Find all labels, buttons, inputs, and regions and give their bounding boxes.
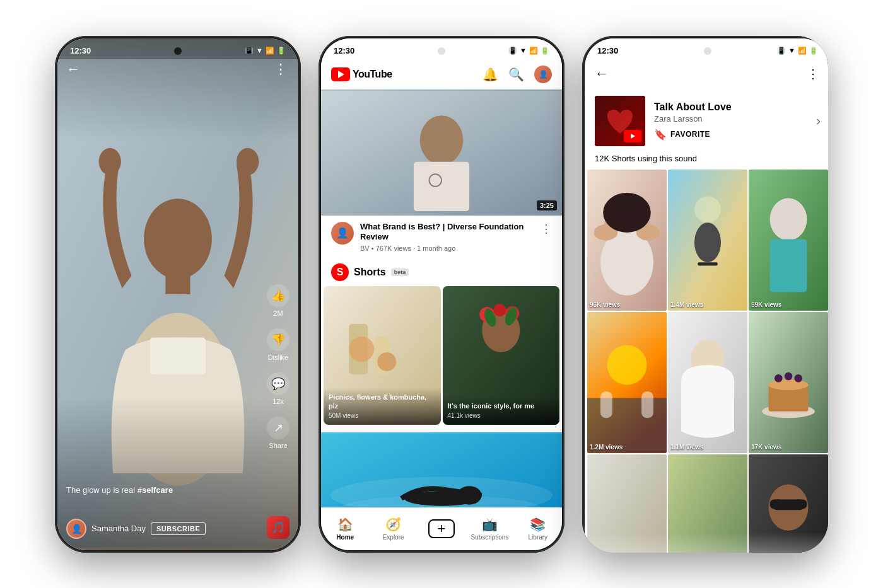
camera-dot-3 — [704, 47, 711, 55]
grid-item-5[interactable]: 1.1M views — [668, 312, 747, 453]
phone1-overlay — [57, 38, 298, 550]
svg-rect-41 — [770, 239, 807, 292]
like-icon: 👍 — [267, 284, 289, 307]
svg-point-40 — [770, 198, 807, 240]
grid-views-1: 96K views — [590, 301, 620, 308]
camera-dot-2 — [438, 47, 445, 55]
sound-yt-play — [631, 134, 635, 139]
phone1-top-nav: ← ⋮ — [66, 61, 289, 78]
youtube-header: YouTube 🔔 🔍 👤 — [321, 59, 562, 89]
short-item-2[interactable]: It's the iconic style, for me 41.1k view… — [443, 286, 560, 425]
video-stats: 767K views · 1 month ago — [376, 245, 456, 252]
phones-container: 12:30 📳 ▼ 📶 🔋 ← ⋮ 👍 2M — [42, 23, 841, 565]
videos-grid: 96K views 1.4M views — [585, 170, 828, 553]
music-button[interactable]: 🎵 — [267, 516, 289, 539]
home-icon: 🏠 — [337, 517, 353, 532]
phone2: 12:30 📳 ▼ 📶 🔋 YouTube 🔔 — [319, 36, 564, 553]
short-item-1[interactable]: Picnics, flowers & kombucha, plz 50M vie… — [324, 286, 441, 425]
nav-subscriptions[interactable]: 📺 Subscriptions — [465, 517, 513, 541]
nav-home[interactable]: 🏠 Home — [321, 517, 369, 541]
shorts-header: S Shorts beta — [321, 258, 562, 286]
status-bar-phone1: 12:30 📳 ▼ 📶 🔋 — [57, 38, 298, 59]
video-thumbnail[interactable]: 3:25 — [321, 89, 562, 216]
grid-views-4: 1.2M views — [590, 444, 623, 451]
subscribe-button[interactable]: SUBSCRIBE — [151, 522, 206, 535]
nav-library[interactable]: 📚 Library — [514, 517, 562, 541]
svg-point-36 — [694, 196, 721, 222]
video-title: What Brand is Best? | Diverse Foundation… — [360, 222, 534, 243]
search-icon[interactable]: 🔍 — [508, 67, 524, 82]
grid-views-5: 1.1M views — [670, 444, 703, 451]
video-card: 3:25 👤 What Brand is Best? | Diverse Fou… — [321, 89, 562, 259]
youtube-icon — [331, 67, 350, 81]
back-button-phone1[interactable]: ← — [66, 61, 80, 78]
grid-views-6: 17K views — [751, 444, 781, 451]
status-icons-3: 📳 ▼ 📶 🔋 — [777, 47, 818, 55]
video-meta-text: BV • 767K views · 1 month ago — [360, 245, 534, 252]
share-button[interactable]: ↗ Share — [267, 417, 289, 449]
grid-views-2: 1.4M views — [670, 301, 703, 308]
music-icon: 🎵 — [271, 521, 285, 534]
short2-views: 41.1k views — [448, 412, 555, 420]
beta-badge: beta — [391, 268, 409, 276]
dislike-button[interactable]: 👎 Dislike — [267, 328, 289, 361]
library-label: Library — [529, 534, 548, 541]
home-label: Home — [336, 534, 354, 541]
status-bar-phone2: 12:30 📳 ▼ 📶 🔋 — [321, 38, 562, 59]
channel-label: BV — [360, 245, 370, 252]
favorite-label: FAVORITE — [670, 130, 710, 139]
sound-title: Talk About Love — [654, 101, 807, 113]
svg-point-55 — [794, 374, 802, 382]
sound-count: 12K Shorts using this sound — [585, 154, 828, 170]
phone2-content[interactable]: 3:25 👤 What Brand is Best? | Diverse Fou… — [321, 89, 562, 550]
video-more-button[interactable]: ⋮ — [541, 222, 552, 236]
svg-point-34 — [603, 192, 651, 232]
grid-item-2[interactable]: 1.4M views — [668, 170, 747, 311]
favorite-button[interactable]: 🔖 FAVORITE — [654, 129, 807, 141]
svg-point-8 — [420, 115, 464, 164]
grid-item-9[interactable] — [749, 454, 828, 553]
dislike-icon: 👎 — [267, 328, 289, 351]
phone1: 12:30 📳 ▼ 📶 🔋 ← ⋮ 👍 2M — [55, 36, 301, 553]
svg-rect-61 — [770, 499, 783, 509]
svg-rect-38 — [698, 262, 718, 265]
account-avatar[interactable]: 👤 — [534, 66, 552, 83]
library-icon: 📚 — [530, 517, 546, 532]
bookmark-icon: 🔖 — [654, 129, 667, 141]
channel-info: 👤 Samantha Day SUBSCRIBE — [66, 519, 206, 539]
grid-item-7[interactable] — [587, 454, 667, 553]
video-channel-avatar[interactable]: 👤 — [331, 222, 354, 245]
dislike-label: Dislike — [268, 354, 288, 361]
short2-caption: It's the iconic style, for me 41.1k view… — [443, 396, 560, 425]
grid-item-6[interactable]: 17K views — [749, 312, 828, 453]
grid-item-1[interactable]: 96K views — [587, 170, 667, 311]
thumbnail-container: 3:25 — [321, 89, 562, 216]
svg-rect-62 — [793, 499, 807, 509]
sound-info: Talk About Love Zara Larsson 🔖 FAVORITE — [654, 101, 807, 141]
svg-point-37 — [694, 222, 721, 262]
nav-explore[interactable]: 🧭 Explore — [369, 517, 417, 541]
more-button-phone3[interactable]: ⋮ — [807, 66, 821, 81]
svg-point-52 — [769, 379, 809, 390]
status-icons-1: 📳 ▼ 📶 🔋 — [245, 47, 286, 55]
dot-sep: • — [371, 245, 376, 252]
share-icon: ↗ — [267, 417, 289, 439]
svg-point-53 — [775, 374, 783, 382]
status-time-3: 12:30 — [597, 46, 618, 55]
more-button-phone1[interactable]: ⋮ — [274, 61, 289, 78]
shorts-section: S Shorts beta — [321, 258, 562, 430]
sound-thumbnail[interactable] — [595, 96, 645, 146]
svg-point-43 — [607, 345, 647, 384]
grid-item-3[interactable]: 59K views — [749, 170, 828, 311]
bell-icon[interactable]: 🔔 — [482, 67, 498, 82]
shorts-logo: S — [331, 263, 349, 281]
like-button[interactable]: 👍 2M — [267, 284, 289, 317]
video-info: What Brand is Best? | Diverse Foundation… — [360, 222, 534, 253]
grid-item-4[interactable]: 1.2M views — [587, 312, 667, 453]
chevron-right-icon[interactable]: › — [816, 113, 821, 128]
comment-button[interactable]: 💬 12k — [267, 372, 289, 405]
nav-create[interactable]: + — [418, 519, 465, 538]
back-button-phone3[interactable]: ← — [595, 66, 609, 82]
grid-item-8[interactable] — [668, 454, 747, 553]
svg-rect-45 — [600, 391, 612, 418]
